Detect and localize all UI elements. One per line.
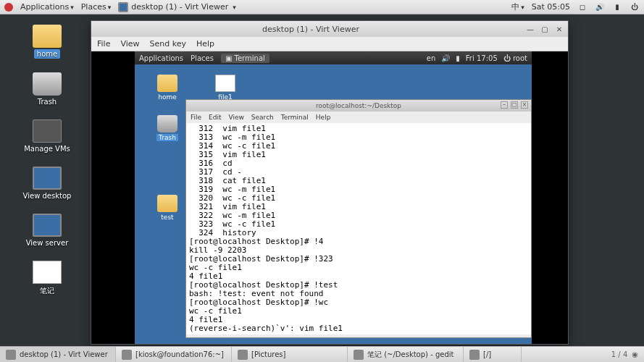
host-desktop[interactable]: home Trash Manage VMs View desktop View … xyxy=(0,14,644,346)
input-method[interactable]: 中▾ xyxy=(511,1,524,12)
desktop-icon-manage-vms[interactable]: Manage VMs xyxy=(22,119,72,153)
task-gedit[interactable]: 笔记 (~/Desktop) - gedit xyxy=(348,347,464,362)
gnome-top-panel: Applications▾ Places▾ desktop (1) - Virt… xyxy=(0,0,644,14)
host-taskbar: desktop (1) - Virt Viewer [kiosk@foundat… xyxy=(0,346,644,362)
applications-menu[interactable]: Applications▾ xyxy=(20,2,74,12)
tray-icon[interactable]: ◉ xyxy=(632,350,638,358)
desktop-icon-view-desktop[interactable]: View desktop xyxy=(22,167,72,200)
maximize-button[interactable]: ▢ xyxy=(540,25,549,33)
gnome-terminal-window[interactable]: root@localhost:~/Desktop – ▢ × File Edit… xyxy=(185,99,532,338)
guest-user-menu[interactable]: ⏻ root xyxy=(503,54,527,62)
monitor-icon xyxy=(33,214,62,237)
terminal-icon xyxy=(122,350,132,360)
tmenu-search[interactable]: Search xyxy=(251,114,274,121)
terminal-output[interactable]: 312 vim file1 313 wc -m file1 314 wc -c … xyxy=(186,123,531,334)
menu-help[interactable]: Help xyxy=(196,39,214,49)
terminal-menubar: File Edit View Search Terminal Help xyxy=(186,111,531,123)
guest-battery-icon[interactable]: ▮ xyxy=(456,54,460,62)
trash-icon xyxy=(157,115,177,132)
terminal-minimize[interactable]: – xyxy=(501,101,508,109)
guest-clock[interactable]: Fri 17:05 xyxy=(466,54,498,62)
menu-sendkey[interactable]: Send key xyxy=(150,39,186,49)
volume-icon[interactable]: 🔊 xyxy=(595,2,605,12)
terminal-maximize[interactable]: ▢ xyxy=(511,101,518,109)
folder-icon xyxy=(157,195,177,212)
guest-apps-menu[interactable]: Applications xyxy=(139,54,183,62)
close-button[interactable]: ✕ xyxy=(555,25,564,33)
document-icon xyxy=(215,75,235,92)
menu-file[interactable]: File xyxy=(97,39,110,49)
task-pictures[interactable]: [Pictures] xyxy=(232,347,348,362)
document-icon xyxy=(33,261,62,284)
guest-terminal-launcher[interactable]: ▣ Terminal xyxy=(221,54,269,63)
monitor-icon xyxy=(6,350,16,360)
workspace-pager[interactable]: 1 / 4 xyxy=(611,350,627,358)
home-folder-icon xyxy=(33,25,62,48)
home-folder-icon xyxy=(157,75,177,92)
terminal-titlebar[interactable]: root@localhost:~/Desktop – ▢ × xyxy=(186,100,531,111)
window-menu[interactable]: desktop (1) - Virt Viewer▾ xyxy=(118,2,236,12)
desktop-icon-home[interactable]: home xyxy=(22,25,72,58)
activities-icon[interactable] xyxy=(4,3,13,12)
desktop-icon-view-server[interactable]: View server xyxy=(22,214,72,247)
trash-icon xyxy=(33,72,62,96)
tmenu-view[interactable]: View xyxy=(229,114,244,121)
taskbar-tray: 1 / 4 ◉ xyxy=(606,350,644,358)
a11y-icon[interactable]: ◻ xyxy=(577,2,587,12)
window-title: desktop (1) - Virt Viewer xyxy=(96,25,526,34)
monitor-icon xyxy=(118,2,128,12)
power-icon[interactable]: ⏻ xyxy=(630,2,640,12)
tmenu-terminal[interactable]: Terminal xyxy=(281,114,309,121)
gedit-icon xyxy=(354,350,364,360)
clock[interactable]: Sat 05:05 xyxy=(532,2,570,12)
tmenu-edit[interactable]: Edit xyxy=(209,114,221,121)
places-menu[interactable]: Places▾ xyxy=(81,2,112,12)
desktop-icon-note[interactable]: 笔记 xyxy=(22,261,72,296)
desktop-icon-trash[interactable]: Trash xyxy=(22,72,72,106)
battery-icon[interactable]: ▮ xyxy=(612,2,622,12)
menu-view[interactable]: View xyxy=(120,39,139,49)
terminal-close[interactable]: × xyxy=(521,101,528,109)
guest-desktop[interactable]: home file1 Trash test xyxy=(135,64,532,344)
task-terminal[interactable]: [kiosk@foundation76:~] xyxy=(116,347,232,362)
guest-icon-file1[interactable]: file1 xyxy=(207,75,243,101)
guest-icon-test[interactable]: test xyxy=(149,195,185,221)
tmenu-file[interactable]: File xyxy=(191,114,201,121)
task-virt-viewer[interactable]: desktop (1) - Virt Viewer xyxy=(0,347,116,362)
guest-input-method[interactable]: en xyxy=(427,54,436,62)
guest-icon-home[interactable]: home xyxy=(149,75,185,101)
folder-icon xyxy=(469,350,480,360)
virt-viewer-menubar: File View Send key Help xyxy=(91,37,568,51)
window-titlebar[interactable]: desktop (1) - Virt Viewer — ▢ ✕ xyxy=(91,21,568,37)
vm-icon xyxy=(33,119,62,143)
terminal-title: root@localhost:~/Desktop xyxy=(316,102,401,109)
guest-volume-icon[interactable]: 🔊 xyxy=(441,54,450,62)
guest-top-panel: Applications Places ▣ Terminal en 🔊 ▮ Fr… xyxy=(135,51,532,64)
minimize-button[interactable]: — xyxy=(526,25,535,33)
vm-framebuffer[interactable]: Applications Places ▣ Terminal en 🔊 ▮ Fr… xyxy=(91,51,568,344)
tmenu-help[interactable]: Help xyxy=(316,114,331,121)
virt-viewer-window[interactable]: desktop (1) - Virt Viewer — ▢ ✕ File Vie… xyxy=(91,20,569,345)
monitor-icon xyxy=(33,167,62,190)
folder-icon xyxy=(238,350,248,360)
task-root[interactable]: [/] xyxy=(464,347,522,362)
guest-icon-trash[interactable]: Trash xyxy=(149,115,185,141)
guest-places-menu[interactable]: Places xyxy=(191,54,214,62)
